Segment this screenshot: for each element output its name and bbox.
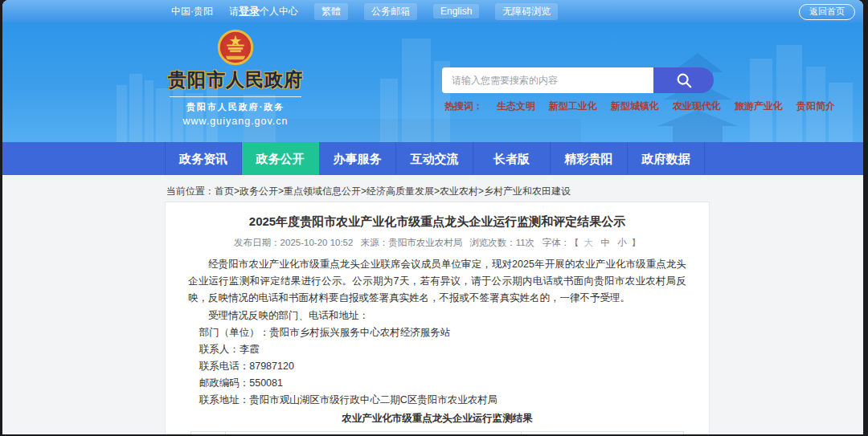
search-input[interactable] [442, 67, 653, 93]
publish-date: 发布日期：2025-10-20 10:52 [234, 238, 353, 247]
topbar-link-official-mail[interactable]: 公务邮箱 [364, 3, 417, 20]
breadcrumb-trail[interactable]: 首页>政务公开>重点领域信息公开>经济高质量发展>农业农村>乡村产业和农田建设 [215, 185, 571, 197]
hot-word-urbanization[interactable]: 新型城镇化 [611, 100, 659, 113]
login-prefix: 请 [229, 6, 239, 17]
breadcrumb[interactable]: 当前位置：首页>政务公开>重点领域信息公开>经济高质量发展>农业农村>乡村产业和… [166, 185, 571, 198]
nav-item-services[interactable]: 办事服务 [319, 142, 396, 175]
monitoring-results-table: 序号 企业名称 监测结果 1 贵州合力超市采购有限公司 合格 2 贵州友禾种业有… [190, 431, 684, 434]
topbar-links: 中国·贵阳 请登录个人中心 繁體 公务邮箱 English 无障碍浏览 [171, 3, 558, 20]
national-emblem-icon [217, 29, 254, 66]
font-size-label: 字体：【 [542, 238, 579, 247]
article-title: 2025年度贵阳市农业产业化市级重点龙头企业运行监测和评定结果公示 [188, 214, 686, 230]
font-size-bracket-close: 】 [631, 238, 641, 247]
hot-word-intro[interactable]: 贵阳简介 [796, 100, 835, 113]
search-icon [675, 71, 693, 89]
nav-item-interaction[interactable]: 互动交流 [396, 142, 473, 175]
article-meta: 发布日期：2025-10-20 10:52 来源：贵阳市农业农村局 浏览次数：1… [188, 237, 686, 249]
contact-phone: 联系电话：87987120 [188, 361, 686, 373]
contact-intro: 受理情况反映的部门、电话和地址： [188, 310, 686, 322]
topbar-link-china-guiyang[interactable]: 中国·贵阳 [171, 5, 213, 18]
contact-person: 联系人：李霞 [188, 344, 686, 356]
font-size-large[interactable]: 大 [583, 238, 593, 247]
search-bar [442, 67, 714, 93]
hot-search-label: 热搜词： [444, 100, 483, 113]
header-banner: 贵阳市人民政府 贵阳市人民政府·政务 www.guiyang.gov.cn 热搜… [2, 22, 863, 142]
view-count: 浏览次数：11次 [469, 238, 534, 247]
nav-item-news[interactable]: 政务资讯 [165, 142, 242, 175]
topbar-link-login[interactable]: 请登录个人中心 [229, 4, 298, 18]
article-source: 来源：贵阳市农业农村局 [361, 238, 463, 247]
site-logo[interactable]: 贵阳市人民政府 贵阳市人民政府·政务 www.guiyang.gov.cn [163, 29, 308, 127]
nav-item-elderly[interactable]: 长者版 [473, 142, 551, 175]
hot-word-tourism[interactable]: 旅游产业化 [735, 100, 783, 113]
header-seq: 序号 [191, 432, 226, 435]
hot-word-agriculture[interactable]: 农业现代化 [673, 100, 721, 113]
header-result: 监测结果 [521, 432, 683, 435]
hot-word-eco[interactable]: 生态文明 [497, 100, 535, 113]
cityscape-decoration [2, 22, 863, 142]
hot-word-industry[interactable]: 新型工业化 [549, 100, 597, 113]
contact-department: 部门（单位）：贵阳市乡村振兴服务中心农村经济服务站 [188, 327, 686, 339]
site-subtitle: 贵阳市人民政府·政务 [170, 96, 301, 113]
site-url: www.guiyang.gov.cn [182, 116, 288, 127]
nav-item-highlights[interactable]: 精彩贵阳 [551, 142, 628, 175]
login-suffix[interactable]: 个人中心 [260, 6, 298, 17]
topbar-link-traditional[interactable]: 繁體 [314, 3, 348, 20]
article-card: 2025年度贵阳市农业产业化市级重点龙头企业运行监测和评定结果公示 发布日期：2… [165, 202, 710, 434]
topbar-link-english[interactable]: English [433, 4, 479, 18]
main-nav-items: 政务资讯 政务公开 办事服务 互动交流 长者版 精彩贵阳 政府数据 [165, 142, 705, 175]
content-area: 当前位置：首页>政务公开>重点领域信息公开>经济高质量发展>农业农村>乡村产业和… [2, 175, 863, 434]
article-paragraph: 经贵阳市农业产业化市级重点龙头企业联席会议成员单位审定，现对2025年开展的农业… [188, 256, 686, 307]
browser-page: 中国·贵阳 请登录个人中心 繁體 公务邮箱 English 无障碍浏览 返回首页 [2, 0, 863, 434]
contact-address: 联系地址：贵阳市观山湖区市级行政中心二期C区贵阳市农业农村局 [188, 394, 686, 406]
nav-item-gov-open[interactable]: 政务公开 [242, 142, 319, 175]
topbar-link-accessibility[interactable]: 无障碍浏览 [495, 3, 558, 20]
site-title: 贵阳市人民政府 [168, 67, 303, 92]
top-utility-bar: 中国·贵阳 请登录个人中心 繁體 公务邮箱 English 无障碍浏览 返回首页 [2, 0, 863, 22]
search-button[interactable] [653, 67, 714, 93]
login-link[interactable]: 登录 [239, 5, 260, 17]
nav-item-gov-data[interactable]: 政府数据 [628, 142, 705, 175]
header-company: 企业名称 [225, 432, 521, 435]
hot-search-words: 热搜词： 生态文明 新型工业化 新型城镇化 农业现代化 旅游产业化 贵阳简介 [444, 100, 835, 113]
table-caption: 农业产业化市级重点龙头企业运行监测结果 [188, 412, 686, 426]
main-nav: 政务资讯 政务公开 办事服务 互动交流 长者版 精彩贵阳 政府数据 [2, 142, 863, 175]
table-header-row: 序号 企业名称 监测结果 [191, 432, 684, 435]
back-to-home-button[interactable]: 返回首页 [799, 4, 855, 20]
font-size-small[interactable]: 小 [617, 238, 627, 247]
font-size-medium[interactable]: 中 [600, 238, 610, 247]
contact-postcode: 邮政编码：550081 [188, 377, 686, 389]
breadcrumb-label: 当前位置： [166, 185, 215, 197]
